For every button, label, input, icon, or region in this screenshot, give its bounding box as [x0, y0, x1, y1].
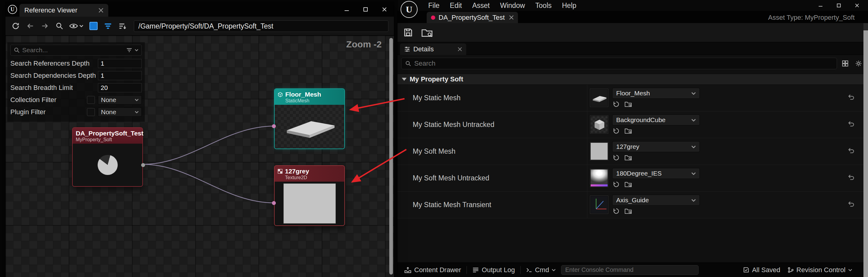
browse-to-asset-icon[interactable]	[421, 28, 433, 38]
close-icon[interactable]	[458, 47, 462, 51]
maximize-icon[interactable]	[356, 2, 375, 17]
setting-label: Plugin Filter	[10, 108, 87, 116]
cmd-icon	[526, 268, 532, 272]
plugin-filter-checkbox[interactable]	[87, 108, 95, 116]
graph-search-box[interactable]	[10, 45, 142, 56]
asset-path-field[interactable]: /Game/Property/Soft/DA_PropertySoft_Test	[134, 20, 389, 32]
reset-to-default-icon[interactable]	[847, 93, 855, 100]
reference-viewer-titlebar[interactable]: U Reference Viewer	[5, 2, 394, 17]
details-search-box[interactable]	[401, 58, 837, 69]
filters-icon[interactable]	[126, 48, 132, 53]
use-selected-asset-icon[interactable]	[613, 181, 620, 188]
use-selected-asset-icon[interactable]	[613, 101, 620, 107]
back-icon[interactable]	[24, 20, 36, 33]
content-drawer-icon	[404, 267, 411, 273]
all-saved-button[interactable]: All Saved	[741, 263, 782, 277]
asset-thumbnail[interactable]	[590, 142, 608, 160]
asset-select-dropdown[interactable]: BackgroundCube	[612, 114, 700, 126]
content-drawer-button[interactable]: Content Drawer	[402, 263, 463, 277]
asset-thumbnail[interactable]	[590, 196, 608, 213]
graph-search-input[interactable]	[22, 46, 124, 54]
gear-icon[interactable]	[854, 58, 864, 69]
output-pin[interactable]	[141, 163, 145, 167]
browse-to-asset-icon[interactable]	[624, 128, 632, 134]
reset-to-default-icon[interactable]	[847, 173, 855, 180]
maximize-icon[interactable]	[830, 0, 848, 11]
details-sliders-icon	[404, 46, 410, 52]
refresh-icon[interactable]	[9, 20, 22, 33]
close-icon[interactable]	[98, 8, 103, 13]
browse-to-asset-icon[interactable]	[624, 181, 632, 188]
window-scrollbar-thumb[interactable]	[863, 30, 868, 277]
reset-to-default-icon[interactable]	[847, 147, 855, 153]
use-selected-asset-icon[interactable]	[613, 154, 620, 161]
save-icon[interactable]	[403, 27, 413, 38]
minimize-icon[interactable]	[811, 0, 830, 11]
breadth-limit-input[interactable]	[98, 83, 142, 92]
asset-thumbnail[interactable]	[590, 169, 608, 187]
output-log-button[interactable]: Output Log	[470, 263, 517, 277]
asset-select-dropdown[interactable]: Axis_Guide	[612, 195, 700, 206]
close-icon[interactable]	[375, 2, 394, 17]
asset-thumbnail[interactable]	[590, 116, 608, 133]
category-header[interactable]: My Property Soft	[398, 74, 868, 85]
asset-select-dropdown[interactable]: 127grey	[612, 141, 700, 152]
menu-asset[interactable]: Asset	[467, 0, 495, 11]
graph-vertical-scrollbar[interactable]	[389, 38, 393, 275]
close-icon[interactable]	[848, 0, 866, 11]
graph-node-source[interactable]: DA_PropertySoft_Test MyProperty_Soft	[72, 127, 143, 187]
grid-icon[interactable]	[840, 58, 850, 69]
revision-control-button[interactable]: Revision Control	[786, 263, 854, 277]
browse-to-asset-icon[interactable]	[624, 154, 632, 161]
details-search-input[interactable]	[414, 60, 833, 67]
plugin-filter-dropdown[interactable]: None	[98, 107, 142, 117]
minimize-icon[interactable]	[337, 2, 356, 17]
menu-window[interactable]: Window	[495, 0, 530, 11]
property-value-area: 180Degree_IES	[587, 165, 868, 192]
menu-file[interactable]: File	[423, 0, 445, 11]
graph-node-floor-mesh[interactable]: Floor_Mesh StaticMesh	[274, 89, 345, 149]
menu-edit[interactable]: Edit	[445, 0, 467, 11]
asset-editor-window: U File Edit Asset Window Tools Help DA_P…	[398, 0, 868, 277]
input-pin[interactable]	[272, 124, 276, 128]
reset-to-default-icon[interactable]	[847, 120, 855, 127]
property-value-area: 127grey	[587, 138, 868, 165]
duplicates-toggle-icon[interactable]	[87, 20, 100, 33]
menu-tools[interactable]: Tools	[530, 0, 557, 11]
asset-select-dropdown[interactable]: 180Degree_IES	[612, 168, 700, 179]
use-selected-asset-icon[interactable]	[613, 208, 620, 214]
ue-logo[interactable]: U	[401, 1, 417, 18]
details-tab[interactable]: Details	[400, 43, 466, 55]
filters-icon[interactable]	[101, 20, 114, 33]
reference-viewer-tab[interactable]: Reference Viewer	[20, 4, 108, 17]
close-icon[interactable]	[509, 15, 514, 20]
cmd-dropdown[interactable]: Cmd	[524, 263, 557, 277]
use-selected-asset-icon[interactable]	[613, 128, 620, 134]
eye-icon[interactable]	[67, 20, 85, 33]
node-subtitle: StaticMesh	[285, 98, 321, 104]
graph-node-127grey[interactable]: 127grey Texture2D	[274, 165, 345, 226]
reference-graph-canvas[interactable]: Zoom -2 Search Referencers Depth Searc	[5, 36, 394, 277]
chevron-down-icon[interactable]	[135, 49, 138, 51]
menu-help[interactable]: Help	[557, 0, 582, 11]
output-log-label: Output Log	[482, 266, 515, 274]
collection-filter-checkbox[interactable]	[87, 96, 95, 104]
asset-thumbnail[interactable]	[590, 89, 608, 107]
forward-icon[interactable]	[38, 20, 51, 33]
dropdown-value: Floor_Mesh	[616, 90, 650, 97]
collection-filter-dropdown[interactable]: None	[98, 95, 142, 104]
reset-to-default-icon[interactable]	[847, 200, 855, 207]
property-value-area: Floor_Mesh	[587, 85, 868, 111]
dependencies-depth-input[interactable]	[98, 71, 142, 80]
browse-to-asset-icon[interactable]	[624, 101, 632, 107]
referencers-depth-input[interactable]	[98, 59, 142, 68]
asset-select-dropdown[interactable]: Floor_Mesh	[612, 88, 700, 99]
search-icon[interactable]	[53, 20, 66, 33]
input-pin[interactable]	[272, 201, 276, 205]
details-search-row	[401, 58, 864, 70]
asset-document-tab[interactable]: DA_PropertySoft_Test	[427, 12, 518, 23]
browse-to-asset-icon[interactable]	[624, 208, 632, 214]
sort-filter-icon[interactable]	[116, 20, 129, 33]
texture-icon	[278, 169, 283, 182]
console-command-input[interactable]	[561, 265, 699, 275]
